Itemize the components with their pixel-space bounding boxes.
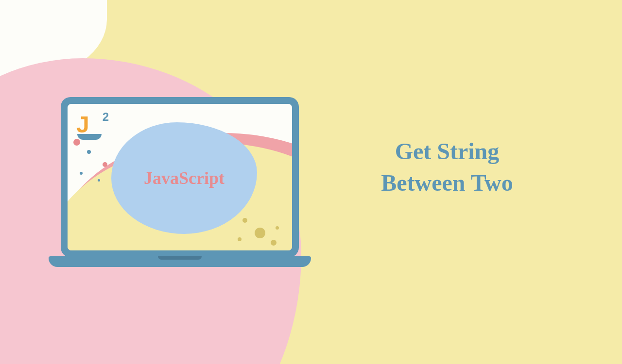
decorative-dot	[276, 226, 279, 230]
decorative-dot	[87, 150, 91, 154]
decorative-dot	[103, 162, 107, 167]
decorative-dot	[255, 228, 265, 238]
headline-line-1: Get String	[330, 136, 564, 167]
laptop-bezel: J 2 JavaScript	[61, 97, 299, 257]
decorative-dot	[73, 139, 80, 146]
j2-logo: J 2	[76, 111, 102, 140]
decorative-dot	[271, 240, 276, 246]
laptop-screen: J 2 JavaScript	[68, 104, 292, 250]
javascript-label: JavaScript	[144, 168, 225, 188]
headline-text: Get String Between Two	[330, 136, 564, 199]
decorative-dot	[242, 218, 247, 223]
laptop-base	[49, 256, 311, 267]
laptop-notch	[158, 256, 202, 260]
logo-letter: J	[76, 111, 89, 138]
decorative-dot	[80, 172, 83, 175]
headline-line-2: Between Two	[330, 167, 564, 199]
decorative-dot	[98, 179, 100, 182]
laptop-illustration: J 2 JavaScript	[49, 97, 311, 267]
logo-superscript: 2	[103, 110, 109, 124]
decorative-dot	[238, 237, 242, 241]
